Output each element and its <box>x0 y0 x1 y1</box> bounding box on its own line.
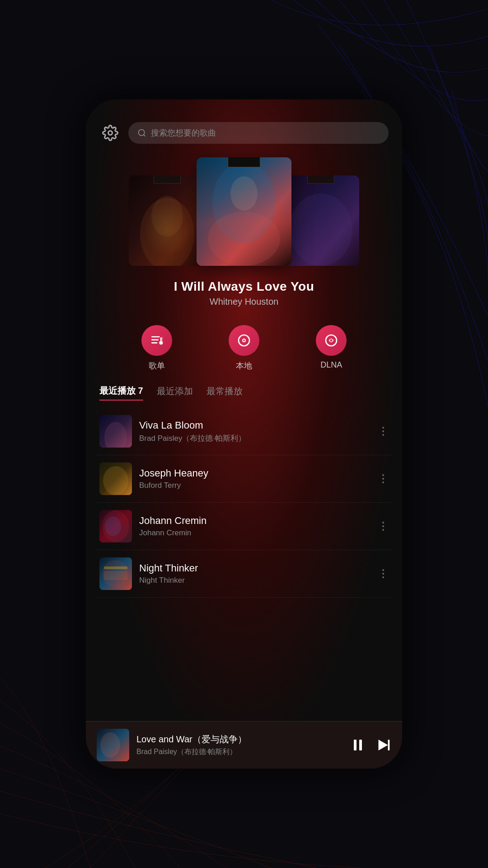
featured-song-title: I Will Always Love You <box>86 279 402 294</box>
svg-point-21 <box>330 339 333 341</box>
song-thumb-2 <box>99 462 132 495</box>
settings-icon[interactable] <box>99 122 121 144</box>
svg-rect-13 <box>151 339 159 340</box>
svg-rect-35 <box>354 740 357 750</box>
svg-marker-37 <box>379 740 388 750</box>
nav-item-dlna[interactable]: DLNA <box>316 325 347 371</box>
album-card-center[interactable] <box>197 157 291 266</box>
song-more-2[interactable] <box>378 470 389 488</box>
nav-label-dlna: DLNA <box>320 360 342 370</box>
song-item-4[interactable]: Night Thinker Night Thinker <box>95 550 393 598</box>
svg-point-0 <box>108 131 113 135</box>
svg-point-34 <box>100 732 120 758</box>
search-bar[interactable]: 搜索您想要的歌曲 <box>128 122 389 144</box>
song-thumb-1 <box>99 415 132 448</box>
svg-point-7 <box>212 162 276 243</box>
pause-button[interactable] <box>350 737 366 753</box>
svg-rect-12 <box>151 336 160 338</box>
song-more-4[interactable] <box>378 565 389 583</box>
svg-point-19 <box>243 340 245 341</box>
dlna-icon-bg <box>316 325 347 356</box>
svg-point-8 <box>208 212 280 266</box>
now-playing-bar[interactable]: Love and War（爱与战争） Brad Paisley（布拉德·帕斯利） <box>86 721 402 769</box>
now-playing-info: Love and War（爱与战争） Brad Paisley（布拉德·帕斯利） <box>136 733 343 757</box>
search-placeholder: 搜索您想要的歌曲 <box>151 127 216 138</box>
album-carousel <box>86 153 402 270</box>
svg-point-9 <box>230 176 258 211</box>
song-artist-3: Johann Cremin <box>139 528 371 538</box>
local-icon-bg <box>229 325 259 356</box>
next-button[interactable] <box>375 737 391 753</box>
now-playing-thumb <box>97 729 129 761</box>
nav-label-playlist: 歌单 <box>149 360 165 371</box>
song-more-3[interactable] <box>378 517 389 535</box>
svg-point-5 <box>151 196 183 236</box>
song-artist-4: Night Thinker <box>139 576 371 585</box>
song-title-4: Night Thinker <box>139 562 371 574</box>
featured-song-artist: Whitney Houston <box>86 297 402 307</box>
nav-label-local: 本地 <box>236 360 252 371</box>
tab-recent[interactable]: 最近播放 7 <box>99 385 143 401</box>
song-item-1[interactable]: Viva La Bloom Brad Paisley（布拉德·帕斯利） <box>95 408 393 455</box>
svg-line-2 <box>144 135 145 137</box>
tab-added[interactable]: 最近添加 <box>157 385 193 400</box>
svg-point-28 <box>105 516 121 536</box>
song-title-3: Johann Cremin <box>139 515 371 527</box>
svg-point-1 <box>139 130 145 136</box>
song-item-2[interactable]: Joseph Heaney Buford Terry <box>95 455 393 503</box>
header: 搜索您想要的歌曲 <box>86 99 402 153</box>
album-card-right[interactable] <box>282 175 359 266</box>
song-info-4: Night Thinker Night Thinker <box>139 562 371 585</box>
svg-rect-31 <box>104 566 127 569</box>
featured-song-info: I Will Always Love You Whitney Houston <box>86 270 402 311</box>
song-title-2: Joseph Heaney <box>139 467 371 479</box>
album-card-left[interactable] <box>129 175 206 266</box>
song-thumb-4 <box>99 557 132 590</box>
nav-icons: 歌单 本地 <box>86 311 402 385</box>
song-more-1[interactable] <box>378 422 389 440</box>
song-list: Viva La Bloom Brad Paisley（布拉德·帕斯利） Jos <box>86 408 402 721</box>
playback-controls <box>350 737 391 753</box>
phone-shell: 搜索您想要的歌曲 <box>86 99 402 769</box>
svg-rect-6 <box>197 157 291 266</box>
nav-item-local[interactable]: 本地 <box>229 325 259 371</box>
song-info-3: Johann Cremin Johann Cremin <box>139 515 371 538</box>
svg-rect-36 <box>359 740 362 750</box>
svg-rect-3 <box>129 175 206 266</box>
song-info-2: Joseph Heaney Buford Terry <box>139 467 371 490</box>
playlist-icon-bg <box>141 325 172 356</box>
song-thumb-3 <box>99 510 132 542</box>
song-artist-2: Buford Terry <box>139 481 371 490</box>
song-info-1: Viva La Bloom Brad Paisley（布拉德·帕斯利） <box>139 420 371 443</box>
svg-point-15 <box>159 341 163 344</box>
now-playing-title: Love and War（爱与战争） <box>136 733 343 745</box>
now-playing-artist: Brad Paisley（布拉德·帕斯利） <box>136 747 343 757</box>
svg-point-25 <box>103 466 128 495</box>
song-item-3[interactable]: Johann Cremin Johann Cremin <box>95 503 393 550</box>
svg-rect-14 <box>151 342 157 344</box>
svg-point-4 <box>140 198 194 266</box>
svg-rect-38 <box>388 740 390 750</box>
svg-point-11 <box>289 193 352 266</box>
song-title-1: Viva La Bloom <box>139 420 371 431</box>
song-artist-1: Brad Paisley（布拉德·帕斯利） <box>139 433 371 443</box>
tab-frequent[interactable]: 最常播放 <box>206 385 243 400</box>
nav-item-playlist[interactable]: 歌单 <box>141 325 172 371</box>
tabs-bar: 最近播放 7 最近添加 最常播放 <box>86 385 402 401</box>
svg-rect-32 <box>104 571 127 580</box>
